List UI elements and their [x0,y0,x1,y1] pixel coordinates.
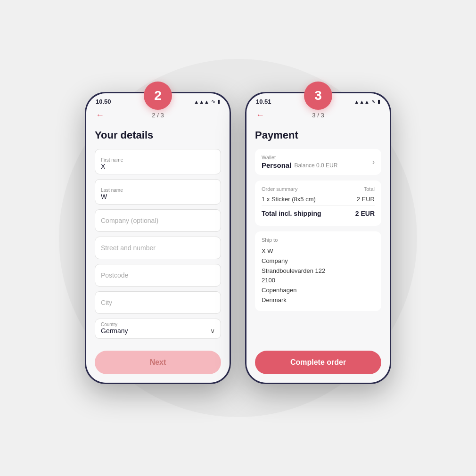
ship-postcode: 2100 [262,276,375,286]
wallet-card[interactable]: Wallet Personal Balance 0.0 EUR › [255,149,381,175]
ship-name: X W [262,246,375,256]
wallet-chevron: › [372,158,375,166]
last-name-container: Last name W [95,179,221,205]
phone1-inner: 10.50 ▲▲▲ ∿ ▮ ← 2 / 3 Your d [86,93,230,383]
order-header: Order summary Total [262,186,375,192]
ship-company: Company [262,256,375,266]
screen-content-2: Payment Wallet Personal Balance 0.0 EUR [246,123,390,349]
order-item-name: 1 x Sticker (8x5 cm) [262,196,316,203]
wallet-info: Wallet Personal Balance 0.0 EUR [262,155,337,169]
ship-street: Strandboulevarden 122 [262,266,375,276]
signal-icon-2: ▲▲▲ [354,99,369,105]
battery-icon-1: ▮ [217,98,220,105]
wallet-value: Personal [262,161,291,169]
last-name-label: Last name [101,188,215,193]
postcode-placeholder: Postcode [101,271,128,279]
city-placeholder: City [101,299,112,306]
first-name-field: First name X [95,149,221,174]
phone2-inner: 10.51 ▲▲▲ ∿ ▮ ← 3 / 3 Paymen [246,93,390,383]
street-input[interactable]: Street and number [95,237,221,259]
screen-bottom-2: Complete order [246,349,390,383]
phone1-wrapper: 2 10.50 ▲▲▲ ∿ ▮ ← [85,92,231,384]
wifi-icon-1: ∿ [211,98,215,105]
step-badge-3: 3 [304,82,332,110]
back-button-1[interactable]: ← [96,110,104,120]
country-label: Country [101,322,215,327]
nav-bar-1: ← 2 / 3 [86,108,230,123]
first-name-container: First name X [95,149,221,174]
country-field: Country Germany ∨ [95,319,221,339]
screen-bottom-1: Next [86,344,230,383]
chevron-right-icon: › [372,158,375,166]
total-row-label: Total incl. shipping [262,210,321,217]
wifi-icon-2: ∿ [371,98,376,105]
postcode-field: Postcode [95,264,221,287]
complete-order-button[interactable]: Complete order [255,351,381,374]
first-name-value[interactable]: X [101,163,105,170]
order-item-price: 2 EUR [357,196,375,203]
order-summary-card: Order summary Total 1 x Sticker (8x5 cm)… [255,181,381,226]
phone2: 10.51 ▲▲▲ ∿ ▮ ← 3 / 3 Paymen [245,92,391,384]
ship-to-label: Ship to [262,237,375,243]
next-button[interactable]: Next [95,351,221,374]
status-time-1: 10.50 [96,98,111,105]
status-icons-1: ▲▲▲ ∿ ▮ [194,98,220,105]
signal-icon-1: ▲▲▲ [194,99,209,105]
company-field: Company (optional) [95,209,221,232]
last-name-field: Last name W [95,179,221,205]
phones-container: 2 10.50 ▲▲▲ ∿ ▮ ← [85,92,391,384]
postcode-input[interactable]: Postcode [95,264,221,287]
phone2-wrapper: 3 10.51 ▲▲▲ ∿ ▮ ← [245,92,391,384]
street-placeholder: Street and number [101,244,156,252]
nav-progress-1: 2 / 3 [152,112,164,119]
screen-content-1: Your details First name X Last name [86,123,230,344]
status-time-2: 10.51 [256,98,271,105]
scene: 2 10.50 ▲▲▲ ∿ ▮ ← [0,0,476,476]
status-icons-2: ▲▲▲ ∿ ▮ [354,98,380,105]
order-summary-label: Order summary [262,186,297,192]
city-input[interactable]: City [95,291,221,314]
step-badge-2: 2 [144,82,172,110]
street-field: Street and number [95,237,221,259]
ship-city: Copenhagen [262,286,375,295]
phone1: 10.50 ▲▲▲ ∿ ▮ ← 2 / 3 Your d [85,92,231,384]
back-button-2[interactable]: ← [256,110,264,120]
city-field: City [95,291,221,314]
nav-progress-2: 3 / 3 [312,112,324,119]
wallet-balance: Balance 0.0 EUR [294,162,337,169]
order-total-row: Total incl. shipping 2 EUR [262,205,375,217]
first-name-label: First name [101,158,215,163]
page-heading-1: Your details [95,129,221,141]
total-row-value: 2 EUR [355,210,375,217]
country-value[interactable]: Germany [101,327,128,335]
ship-country: Denmark [262,295,375,305]
page-heading-2: Payment [255,129,381,141]
ship-to-card: Ship to X W Company Strandboulevarden 12… [255,231,381,311]
last-name-value[interactable]: W [101,193,107,200]
company-placeholder: Company (optional) [101,217,158,224]
company-input[interactable]: Company (optional) [95,209,221,232]
country-chevron-icon: ∨ [210,327,215,335]
order-total-label: Total [364,186,375,192]
wallet-label: Wallet [262,155,337,160]
nav-bar-2: ← 3 / 3 [246,108,390,123]
order-item-row: 1 x Sticker (8x5 cm) 2 EUR [262,196,375,203]
battery-icon-2: ▮ [378,98,380,105]
